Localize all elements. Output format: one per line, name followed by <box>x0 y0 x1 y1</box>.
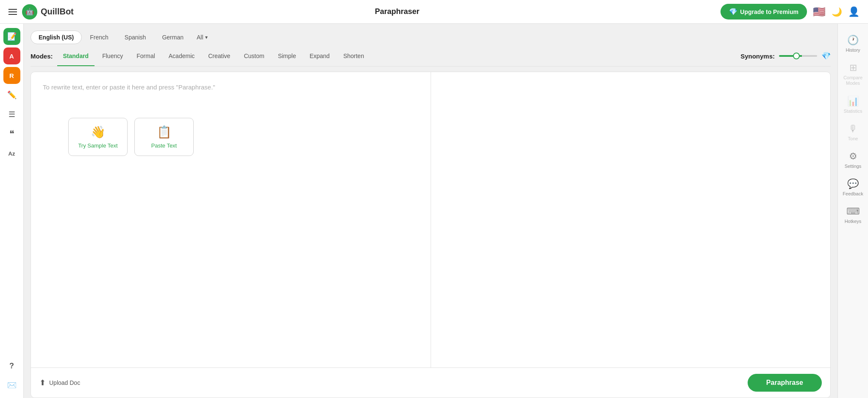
paste-text-card[interactable]: 📋 Paste Text <box>134 118 194 156</box>
lang-tab-french[interactable]: French <box>82 31 117 44</box>
language-tabs: English (US) French Spanish German All ▾ <box>31 31 831 44</box>
statistics-label: Statistics <box>843 109 862 114</box>
logo-icon: 🤖 <box>22 4 37 19</box>
rsidebar-settings[interactable]: ⚙ Settings <box>840 147 866 173</box>
mode-custom[interactable]: Custom <box>238 50 270 62</box>
tone-label: Tone <box>848 136 858 142</box>
modes-row: Modes: Standard Fluency Formal Academic … <box>31 50 831 67</box>
mode-academic[interactable]: Academic <box>163 50 200 62</box>
sidebar-item-help[interactable]: ? <box>3 357 20 374</box>
action-cards: 👋 Try Sample Text 📋 Paste Text <box>68 118 194 156</box>
editor-output-panel <box>431 72 831 367</box>
synonyms-slider[interactable] <box>779 55 817 57</box>
rsidebar-tone: 🎙 Tone <box>840 119 866 146</box>
paste-text-label: Paste Text <box>151 142 177 149</box>
sample-text-label: Try Sample Text <box>78 142 117 149</box>
rsidebar-hotkeys[interactable]: ⌨ Hotkeys <box>840 202 866 228</box>
user-profile-icon[interactable]: 👤 <box>848 6 860 17</box>
mode-creative[interactable]: Creative <box>202 50 236 62</box>
top-navigation: 🤖 QuillBot Paraphraser 💎 Upgrade to Prem… <box>0 0 868 24</box>
editor-wrapper: To rewrite text, enter or paste it here … <box>31 72 831 398</box>
settings-icon: ⚙ <box>849 151 857 162</box>
sidebar-item-translator[interactable]: Az <box>3 145 20 162</box>
lang-tab-german[interactable]: German <box>154 31 192 44</box>
chevron-down-icon: ▾ <box>205 34 208 40</box>
logo[interactable]: 🤖 QuillBot <box>22 4 74 19</box>
lang-tab-all[interactable]: All ▾ <box>192 31 213 44</box>
mode-standard[interactable]: Standard <box>57 50 95 62</box>
mode-simple[interactable]: Simple <box>272 50 302 62</box>
page-title: Paraphraser <box>74 7 721 16</box>
try-sample-text-card[interactable]: 👋 Try Sample Text <box>68 118 128 156</box>
sidebar-item-summarizer[interactable]: ☰ <box>3 106 20 123</box>
editor-input-panel[interactable]: To rewrite text, enter or paste it here … <box>31 72 431 367</box>
lang-tab-english[interactable]: English (US) <box>31 31 82 44</box>
rsidebar-statistics: 📊 Statistics <box>840 92 866 118</box>
all-label: All <box>197 34 203 41</box>
clipboard-icon: 📋 <box>157 125 172 139</box>
compare-label: Compare Modes <box>842 75 864 86</box>
upgrade-label: Upgrade to Premium <box>740 8 798 15</box>
sidebar-item-essay[interactable]: ✏️ <box>3 86 20 103</box>
content-area: English (US) French Spanish German All ▾… <box>24 24 837 398</box>
main-layout: 📝 A R ✏️ ☰ ❝ Az ? ✉️ English (US) French… <box>0 24 868 398</box>
tone-icon: 🎙 <box>849 123 858 134</box>
slider-thumb <box>793 53 800 59</box>
synonyms-label: Synonyms: <box>740 53 775 60</box>
modes-label: Modes: <box>31 53 53 60</box>
hotkeys-icon: ⌨ <box>846 206 860 217</box>
upload-doc-label: Upload Doc <box>49 379 80 386</box>
sidebar-item-grammar[interactable]: A <box>3 47 20 64</box>
gem-icon: 💎 <box>729 8 737 16</box>
hotkeys-label: Hotkeys <box>845 219 862 224</box>
rsidebar-feedback[interactable]: 💬 Feedback <box>840 174 866 201</box>
sidebar-item-citation[interactable]: ❝ <box>3 125 20 142</box>
logo-text: QuillBot <box>41 7 74 17</box>
rsidebar-compare-modes: ⊞ Compare Modes <box>840 58 866 90</box>
editor-bottom-bar: ⬆ Upload Doc Paraphrase <box>31 367 830 398</box>
editor-placeholder: To rewrite text, enter or paste it here … <box>43 82 419 92</box>
mode-expand[interactable]: Expand <box>303 50 335 62</box>
feedback-label: Feedback <box>843 191 863 197</box>
sidebar-item-paraphraser[interactable]: 📝 <box>3 28 20 45</box>
language-flag-icon[interactable]: 🇺🇸 <box>813 6 826 18</box>
mode-fluency[interactable]: Fluency <box>96 50 129 62</box>
synonyms-section: Synonyms: 💎 <box>740 51 831 61</box>
upload-icon: ⬆ <box>39 378 46 387</box>
mode-formal[interactable]: Formal <box>131 50 161 62</box>
sidebar-item-unknown[interactable]: R <box>3 67 20 84</box>
right-sidebar: 🕐 History ⊞ Compare Modes 📊 Statistics 🎙… <box>837 24 868 398</box>
wave-icon: 👋 <box>91 125 106 139</box>
settings-label: Settings <box>845 164 862 169</box>
upgrade-button[interactable]: 💎 Upgrade to Premium <box>721 4 807 19</box>
hamburger-menu[interactable] <box>8 9 17 15</box>
mode-shorten[interactable]: Shorten <box>337 50 370 62</box>
statistics-icon: 📊 <box>847 96 859 107</box>
left-sidebar: 📝 A R ✏️ ☰ ❝ Az ? ✉️ <box>0 24 24 398</box>
dark-mode-toggle[interactable]: 🌙 <box>832 7 842 17</box>
compare-icon: ⊞ <box>849 62 857 73</box>
history-icon: 🕐 <box>847 35 859 46</box>
rsidebar-history[interactable]: 🕐 History <box>840 31 866 57</box>
history-label: History <box>846 47 860 53</box>
lang-tab-spanish[interactable]: Spanish <box>117 31 154 44</box>
upload-doc-button[interactable]: ⬆ Upload Doc <box>39 378 80 387</box>
feedback-icon: 💬 <box>847 178 859 189</box>
editor-panels: To rewrite text, enter or paste it here … <box>31 72 830 367</box>
paraphrase-button[interactable]: Paraphrase <box>748 374 822 392</box>
synonyms-max-icon: 💎 <box>821 51 831 61</box>
sidebar-item-mail[interactable]: ✉️ <box>3 377 20 394</box>
